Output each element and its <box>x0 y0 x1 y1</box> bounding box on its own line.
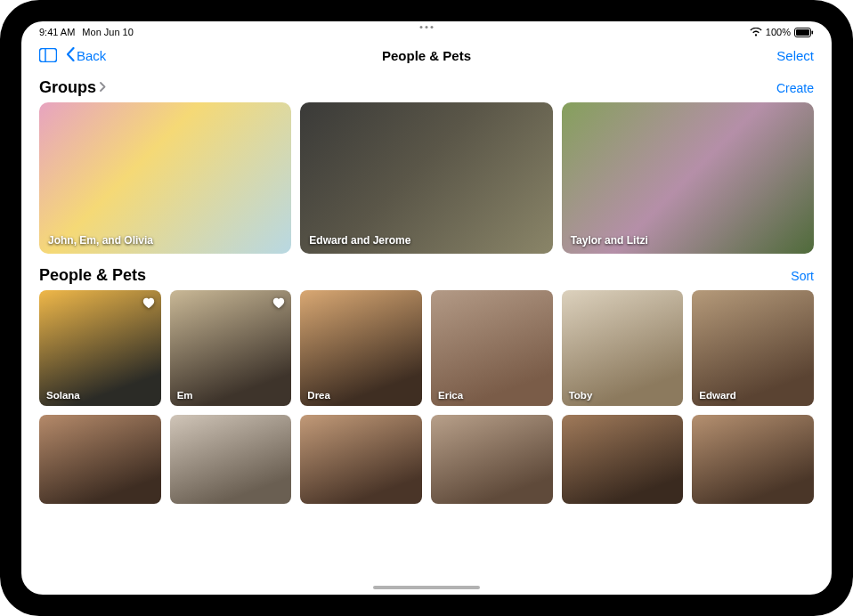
status-date: Mon Jun 10 <box>82 27 133 37</box>
battery-icon <box>794 28 814 37</box>
groups-row: John, Em, and Olivia Edward and Jerome T… <box>39 102 814 254</box>
people-section-header: People & Pets Sort <box>39 266 814 285</box>
people-title: People & Pets <box>39 266 146 285</box>
nav-bar: Back People & Pets Select <box>21 39 832 71</box>
person-label: Drea <box>307 390 330 401</box>
select-button[interactable]: Select <box>776 48 814 63</box>
person-card[interactable]: Erica <box>431 290 553 406</box>
person-card[interactable]: Drea <box>300 290 422 406</box>
screen: 9:41 AM Mon Jun 10 100% <box>21 21 832 595</box>
chevron-left-icon <box>66 47 75 64</box>
person-label: Solana <box>46 390 80 401</box>
person-label: Toby <box>569 390 593 401</box>
people-title-label: People & Pets <box>39 266 146 285</box>
back-button[interactable]: Back <box>66 47 106 64</box>
group-label: John, Em, and Olivia <box>48 234 153 247</box>
sort-button[interactable]: Sort <box>791 269 814 283</box>
page-title: People & Pets <box>21 48 832 63</box>
home-indicator[interactable] <box>373 586 480 589</box>
content-scroll[interactable]: Groups Create John, Em, and Olivia Edwar… <box>21 71 832 595</box>
person-card[interactable]: Toby <box>562 290 684 406</box>
group-label: Taylor and Litzi <box>571 234 648 247</box>
svg-rect-1 <box>796 29 809 36</box>
person-card[interactable] <box>170 415 292 504</box>
person-label: Edward <box>699 390 736 401</box>
heart-icon <box>142 296 156 310</box>
battery-pct: 100% <box>766 27 791 37</box>
multitask-dots-icon[interactable] <box>420 26 434 28</box>
svg-rect-3 <box>40 49 57 62</box>
wifi-icon <box>750 28 762 36</box>
group-card[interactable]: Edward and Jerome <box>300 102 552 254</box>
person-card[interactable]: Edward <box>692 290 814 406</box>
device-frame: 9:41 AM Mon Jun 10 100% <box>0 0 853 616</box>
person-label: Em <box>177 390 193 401</box>
person-card[interactable]: Solana <box>39 290 161 406</box>
status-bar: 9:41 AM Mon Jun 10 100% <box>21 21 832 39</box>
status-time: 9:41 AM <box>39 27 75 37</box>
back-label: Back <box>77 48 106 63</box>
people-grid: Solana Em Drea Erica Toby Edward <box>39 290 814 504</box>
svg-rect-2 <box>812 30 814 34</box>
person-card[interactable]: Em <box>170 290 292 406</box>
person-card[interactable] <box>692 415 814 504</box>
person-card[interactable] <box>39 415 161 504</box>
groups-section-header: Groups Create <box>39 78 814 97</box>
group-card[interactable]: Taylor and Litzi <box>562 102 814 254</box>
sidebar-toggle-button[interactable] <box>39 48 57 62</box>
groups-title-button[interactable]: Groups <box>39 78 106 97</box>
create-group-button[interactable]: Create <box>776 81 814 95</box>
person-card[interactable] <box>300 415 422 504</box>
person-card[interactable] <box>431 415 553 504</box>
chevron-right-icon <box>100 82 106 94</box>
group-label: Edward and Jerome <box>309 234 410 247</box>
person-label: Erica <box>438 390 463 401</box>
groups-title-label: Groups <box>39 78 96 97</box>
heart-icon <box>272 296 286 310</box>
group-card[interactable]: John, Em, and Olivia <box>39 102 291 254</box>
person-card[interactable] <box>562 415 684 504</box>
